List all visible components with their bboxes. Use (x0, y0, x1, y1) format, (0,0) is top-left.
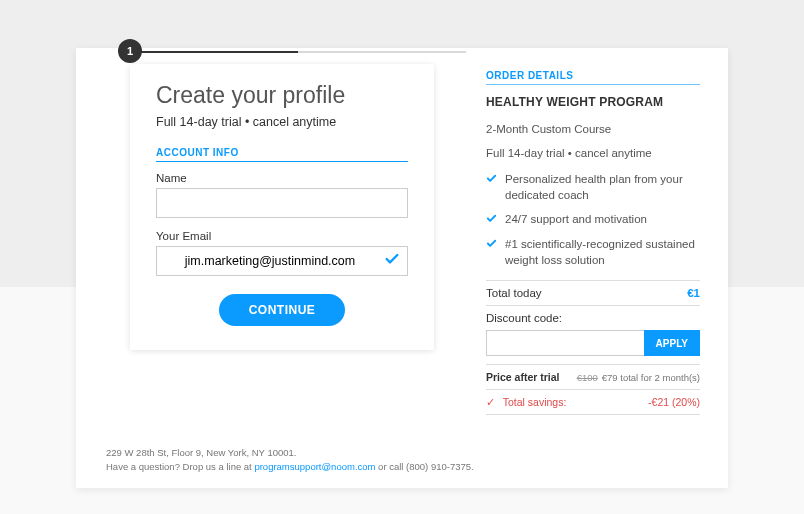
email-input[interactable] (156, 246, 408, 276)
apply-button[interactable]: APPLY (644, 330, 700, 356)
feature-list: Personalized health plan from your dedic… (486, 171, 700, 268)
price-after-detail: €100€79 total for 2 month(s) (577, 372, 700, 383)
footer-contact: Have a question? Drop us a line at progr… (106, 460, 474, 474)
email-label: Your Email (156, 230, 408, 242)
feature-text: #1 scientifically-recognized sustained w… (505, 236, 700, 268)
feature-item: Personalized health plan from your dedic… (486, 171, 700, 203)
profile-panel: Create your profile Full 14-day trial • … (130, 64, 434, 350)
feature-item: #1 scientifically-recognized sustained w… (486, 236, 700, 268)
feature-item: 24/7 support and motivation (486, 211, 700, 228)
checkout-card: 1 Create your profile Full 14-day trial … (76, 48, 728, 488)
order-details: ORDER DETAILS HEALTHY WEIGHT PROGRAM 2-M… (466, 48, 728, 415)
support-email-link[interactable]: programsupport@noom.com (254, 461, 375, 472)
check-icon: ✓ (486, 396, 495, 408)
discount-input[interactable] (486, 330, 644, 356)
footer-address: 229 W 28th St, Floor 9, New York, NY 100… (106, 446, 474, 460)
check-icon (486, 172, 497, 203)
check-icon (486, 212, 497, 228)
order-details-label: ORDER DETAILS (486, 70, 700, 85)
savings-row: ✓ Total savings: -€21 (20%) (486, 389, 700, 415)
continue-button[interactable]: CONTINUE (219, 294, 346, 326)
feature-text: 24/7 support and motivation (505, 211, 647, 228)
savings-label: Total savings: (503, 396, 567, 408)
course-name: 2-Month Custom Course (486, 123, 700, 135)
name-input[interactable] (156, 188, 408, 218)
discount-label-row: Discount code: (486, 305, 700, 330)
account-info-label: ACCOUNT INFO (156, 147, 408, 162)
discount-label: Discount code: (486, 312, 562, 324)
total-row: Total today €1 (486, 280, 700, 305)
page-title: Create your profile (156, 82, 408, 109)
check-icon (384, 251, 400, 271)
savings-value: -€21 (20%) (648, 396, 700, 408)
trial-terms: Full 14-day trial • cancel anytime (486, 147, 700, 159)
feature-text: Personalized health plan from your dedic… (505, 171, 700, 203)
price-after-row: Price after trial €100€79 total for 2 mo… (486, 364, 700, 389)
program-title: HEALTHY WEIGHT PROGRAM (486, 95, 700, 109)
name-label: Name (156, 172, 408, 184)
step-badge: 1 (118, 39, 142, 63)
total-value: €1 (687, 287, 700, 299)
footer: 229 W 28th St, Floor 9, New York, NY 100… (106, 446, 474, 475)
check-icon (486, 237, 497, 268)
trial-subtitle: Full 14-day trial • cancel anytime (156, 115, 408, 129)
total-label: Total today (486, 287, 542, 299)
price-after-label: Price after trial (486, 371, 560, 383)
